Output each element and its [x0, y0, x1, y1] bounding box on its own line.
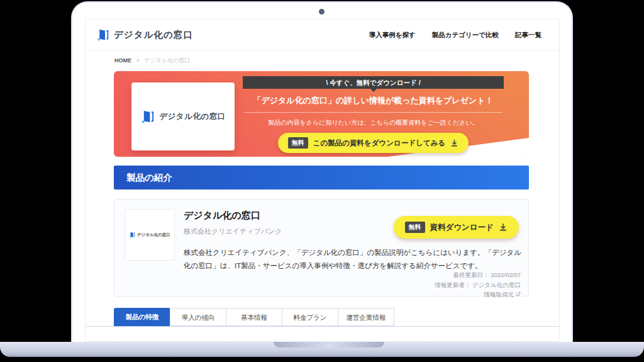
- product-tabbar: 製品の特徴 導入の傾向 基本情報 料金プラン 運営企業情報: [86, 308, 559, 327]
- meta-updated-by: 情報更新者： デジタル化の窓口: [435, 280, 521, 290]
- hero-download-button[interactable]: 無料 この製品の資料をダウンロードしてみる: [278, 133, 469, 153]
- free-badge: 無料: [288, 137, 308, 149]
- product-download-label: 資料ダウンロード: [430, 222, 494, 233]
- header-nav: 導入事例を探す 製品カテゴリーで比較 記事一覧: [369, 31, 541, 40]
- product-logo-text: デジタル化の窓口: [137, 232, 170, 238]
- hero-divider: [244, 112, 502, 113]
- hero-logo-card: デジタル化の窓口: [131, 82, 235, 150]
- tab-operating-company[interactable]: 運営企業情報: [338, 308, 394, 326]
- product-card: デジタル化の窓口 デジタル化の窓口 株式会社クリエイティブバンク 無料 資料ダウ…: [114, 199, 529, 297]
- hero-ribbon: \ 今すぐ、無料でダウンロード /: [243, 76, 504, 89]
- nav-articles[interactable]: 記事一覧: [515, 31, 541, 40]
- site-logo[interactable]: デジタル化の窓口: [96, 28, 193, 42]
- hero-subtext: 製品の内容をさらに知りたい方は、こちらの概要資料をご一読ください。: [243, 118, 504, 127]
- nav-case-studies[interactable]: 導入事例を探す: [369, 31, 416, 40]
- hero-logo-text: デジタル化の窓口: [159, 111, 225, 122]
- site-header: デジタル化の窓口 導入事例を探す 製品カテゴリーで比較 記事一覧: [86, 20, 559, 51]
- camera-dot-icon: [319, 9, 325, 14]
- browser-screen: デジタル化の窓口 導入事例を探す 製品カテゴリーで比較 記事一覧 HOME > …: [85, 19, 560, 342]
- breadcrumb-separator: >: [136, 57, 140, 64]
- laptop-frame: デジタル化の窓口 導入事例を探す 製品カテゴリーで比較 記事一覧 HOME > …: [71, 1, 573, 342]
- hero-download-label: この製品の資料をダウンロードしてみる: [313, 139, 446, 148]
- free-badge: 無料: [405, 222, 425, 233]
- external-link-icon: [516, 291, 521, 297]
- hero-banner: デジタル化の窓口 \ 今すぐ、無料でダウンロード / 「デジタル化の窓口」の詳し…: [114, 71, 529, 157]
- main-content: デジタル化の窓口 \ 今すぐ、無料でダウンロード / 「デジタル化の窓口」の詳し…: [114, 71, 529, 297]
- product-logo-box: デジタル化の窓口: [125, 209, 175, 261]
- breadcrumb-current: デジタル化の窓口: [144, 57, 190, 64]
- tab-pricing-plan[interactable]: 料金プラン: [282, 308, 338, 326]
- hero-headline: 「デジタル化の窓口」の詳しい情報が載った資料をプレゼント！: [243, 95, 504, 106]
- breadcrumb: HOME > デジタル化の窓口: [86, 51, 559, 71]
- product-company: 株式会社クリエイティブバンク: [184, 227, 282, 236]
- nav-compare-categories[interactable]: 製品カテゴリーで比較: [432, 31, 499, 40]
- product-download-button[interactable]: 無料 資料ダウンロード: [394, 216, 519, 239]
- site-logo-text: デジタル化の窓口: [114, 29, 193, 41]
- tab-product-features[interactable]: 製品の特徴: [114, 308, 170, 326]
- book-logo-icon: [96, 28, 109, 42]
- hero-copy: \ 今すぐ、無料でダウンロード / 「デジタル化の窓口」の詳しい情報が載った資料…: [243, 76, 504, 153]
- book-logo-icon: [129, 232, 135, 238]
- tab-adoption-trends[interactable]: 導入の傾向: [170, 308, 226, 326]
- product-title: デジタル化の窓口: [184, 210, 260, 222]
- product-description: 株式会社クリエイティブバンク、「デジタル化の窓口」の製品説明がこちらにはいります…: [184, 246, 523, 273]
- tab-basic-info[interactable]: 基本情報: [226, 308, 282, 326]
- download-icon: [450, 139, 458, 147]
- hero-logo: デジタル化の窓口: [140, 110, 225, 124]
- section-header-product-intro: 製品の紹介: [114, 166, 529, 189]
- laptop-notch: [274, 342, 384, 348]
- download-icon: [499, 223, 508, 232]
- product-meta: 最終更新日： 2022/02/07 情報更新者： デジタル化の窓口 情報取得元: [435, 270, 521, 300]
- meta-last-updated: 最終更新日： 2022/02/07: [435, 270, 521, 280]
- book-logo-icon: [140, 110, 155, 124]
- breadcrumb-home-link[interactable]: HOME: [114, 57, 131, 64]
- meta-source-link[interactable]: 情報取得元: [435, 290, 521, 300]
